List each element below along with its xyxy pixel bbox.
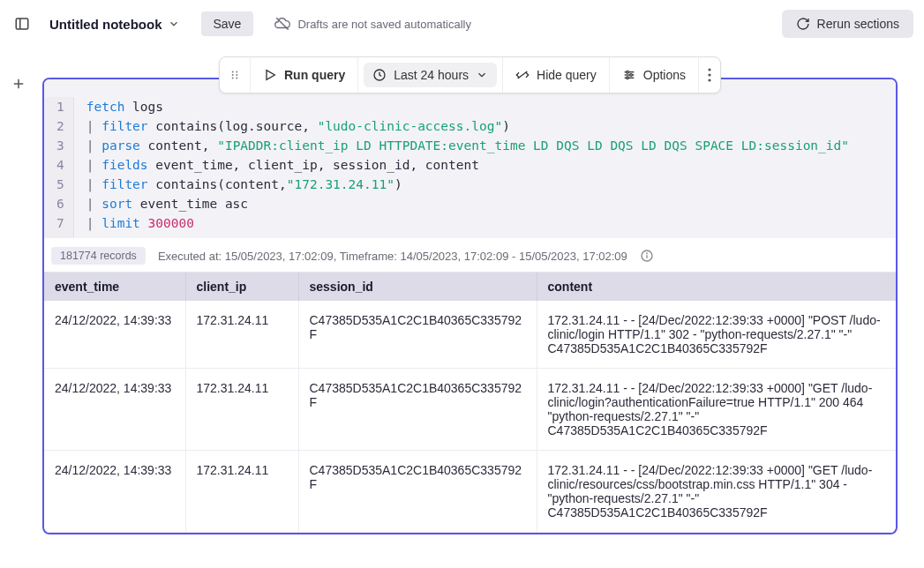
clock-icon: [372, 68, 387, 82]
table-header-row: event_timeclient_ipsession_idcontent: [44, 273, 896, 301]
run-query-button[interactable]: Run query: [263, 68, 345, 82]
cell-event_time: 24/12/2022, 14:39:33: [44, 301, 185, 369]
svg-point-19: [708, 68, 710, 71]
run-query-label: Run query: [284, 68, 345, 82]
cell-client_ip: 172.31.24.11: [185, 301, 298, 369]
options-button[interactable]: Options: [622, 68, 686, 82]
executed-at-text: Executed at: 15/05/2023, 17:02:09, Timef…: [158, 250, 627, 263]
cell-toolbar: Run query Last 24 hours Hide query: [219, 56, 721, 93]
results-panel: event_timeclient_ipsession_idcontent 24/…: [44, 272, 896, 533]
svg-rect-0: [16, 19, 28, 29]
cell-event_time: 24/12/2022, 14:39:33: [44, 369, 185, 451]
column-header-content[interactable]: content: [537, 273, 896, 301]
svg-point-21: [708, 78, 710, 81]
table-body: 24/12/2022, 14:39:33172.31.24.11C47385D5…: [44, 301, 896, 533]
notebook-title: Untitled notebook: [49, 17, 162, 32]
cell-content: 172.31.24.11 - - [24/Dec/2022:12:39:33 +…: [537, 451, 896, 533]
line-gutter: 1234567: [44, 97, 74, 238]
draft-status: Drafts are not saved automatically: [274, 16, 471, 32]
svg-point-10: [236, 78, 237, 79]
column-header-event_time[interactable]: event_time: [44, 273, 185, 301]
svg-point-20: [708, 73, 710, 76]
hide-icon: [515, 68, 530, 82]
main-content: Run query Last 24 hours Hide query: [0, 48, 915, 568]
table-row[interactable]: 24/12/2022, 14:39:33172.31.24.11C47385D5…: [44, 369, 896, 451]
cell-client_ip: 172.31.24.11: [185, 369, 298, 451]
timeframe-label: Last 24 hours: [394, 68, 469, 82]
info-icon[interactable]: [640, 249, 654, 263]
options-icon: [622, 68, 636, 82]
svg-point-7: [232, 78, 234, 79]
play-icon: [263, 68, 277, 82]
table-row[interactable]: 24/12/2022, 14:39:33172.31.24.11C47385D5…: [44, 451, 896, 533]
svg-point-5: [232, 71, 234, 73]
cell-content: 172.31.24.11 - - [24/Dec/2022:12:39:33 +…: [537, 369, 896, 451]
rerun-label: Rerun sections: [817, 17, 899, 31]
column-header-client_ip[interactable]: client_ip: [185, 273, 298, 301]
hide-query-button[interactable]: Hide query: [515, 68, 597, 82]
cloud-off-icon: [274, 16, 290, 32]
notebook-title-dropdown[interactable]: Untitled notebook: [49, 17, 180, 32]
svg-marker-11: [267, 71, 274, 80]
options-label: Options: [643, 68, 686, 82]
svg-point-16: [626, 71, 628, 73]
save-button[interactable]: Save: [201, 11, 254, 36]
results-table: event_timeclient_ipsession_idcontent 24/…: [44, 273, 896, 533]
cell-session_id: C47385D535A1C2C1B40365C335792F: [298, 301, 537, 369]
column-header-session_id[interactable]: session_id: [298, 273, 537, 301]
svg-point-18: [626, 77, 628, 79]
svg-point-17: [629, 74, 632, 77]
status-row: 181774 records Executed at: 15/05/2023, …: [44, 238, 896, 272]
refresh-icon: [796, 17, 810, 31]
chevron-down-icon: [168, 18, 180, 30]
timeframe-selector[interactable]: Last 24 hours: [364, 63, 497, 87]
rerun-sections-button[interactable]: Rerun sections: [782, 10, 913, 38]
svg-point-9: [236, 74, 237, 76]
code-editor[interactable]: 1234567 fetch logs| filter contains(log.…: [44, 79, 896, 238]
more-menu-button[interactable]: [699, 57, 720, 93]
record-count-chip: 181774 records: [51, 247, 146, 265]
cell-client_ip: 172.31.24.11: [185, 451, 298, 533]
code-content[interactable]: fetch logs| filter contains(log.source, …: [74, 97, 861, 238]
svg-point-8: [236, 71, 237, 73]
table-row[interactable]: 24/12/2022, 14:39:33172.31.24.11C47385D5…: [44, 301, 896, 369]
svg-point-6: [232, 74, 234, 76]
drag-handle-icon[interactable]: [220, 57, 251, 93]
top-header: Untitled notebook Save Drafts are not sa…: [0, 0, 924, 48]
cell-session_id: C47385D535A1C2C1B40365C335792F: [298, 369, 537, 451]
cell-content: 172.31.24.11 - - [24/Dec/2022:12:39:33 +…: [537, 301, 896, 369]
panel-toggle-icon[interactable]: [11, 12, 34, 35]
chevron-down-icon: [476, 69, 488, 81]
draft-note: Drafts are not saved automatically: [297, 18, 471, 31]
svg-point-24: [646, 253, 647, 254]
cell-session_id: C47385D535A1C2C1B40365C335792F: [298, 451, 537, 533]
cell-event_time: 24/12/2022, 14:39:33: [44, 451, 185, 533]
query-cell: 1234567 fetch logs| filter contains(log.…: [42, 78, 898, 534]
hide-query-label: Hide query: [537, 68, 597, 82]
